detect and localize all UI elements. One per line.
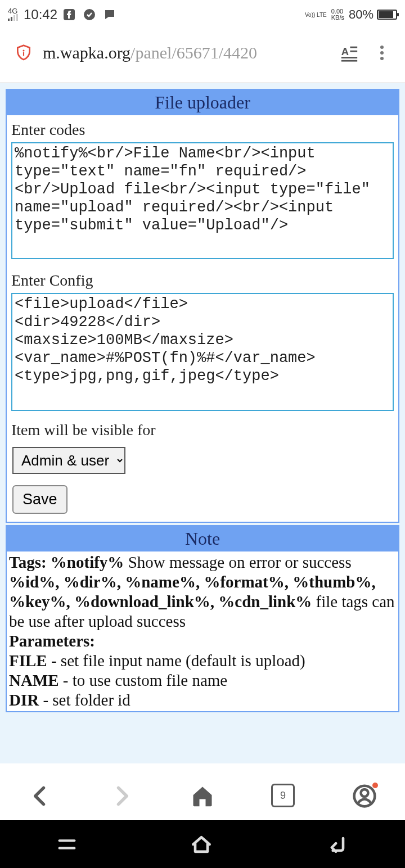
browser-menu-button[interactable]: [374, 44, 390, 61]
svg-point-6: [22, 49, 24, 51]
status-right: Vo)) LTE 0.00 KB/s 80%: [305, 7, 397, 22]
android-status-bar: 4G 10:42 Vo)) LTE 0.00 KB/s 80%: [0, 0, 405, 27]
network-label: 4G: [8, 8, 17, 14]
battery-indicator: 80%: [349, 7, 397, 22]
visibility-select[interactable]: Admin & user: [12, 447, 125, 474]
note-p-name-b: NAME: [9, 671, 59, 689]
url-host: m.wapka.org: [43, 43, 130, 62]
chat-bubble-icon: [102, 7, 117, 22]
svg-text:A: A: [341, 46, 349, 57]
svg-point-14: [361, 789, 368, 797]
save-button[interactable]: Save: [12, 485, 68, 514]
data-speed: 0.00 KB/s: [331, 8, 344, 21]
codes-label: Enter codes: [11, 121, 394, 139]
forward-button[interactable]: [109, 784, 134, 808]
system-home-button[interactable]: [189, 832, 214, 857]
svg-rect-0: [8, 19, 10, 21]
config-label: Enter Config: [11, 272, 394, 290]
note-p-file-b: FILE: [9, 652, 47, 670]
status-time: 10:42: [24, 7, 57, 22]
home-button[interactable]: [190, 784, 215, 808]
facebook-icon: [62, 7, 76, 22]
browser-address-bar: m.wapka.org/panel/65671/4420 A: [0, 27, 405, 83]
account-button[interactable]: [352, 784, 377, 808]
reader-mode-icon[interactable]: A: [340, 43, 359, 62]
note-parameters-label: Parameters:: [9, 632, 95, 650]
signal-bars-icon: [8, 14, 19, 21]
note-p-file: - set file input name (default is upload…: [47, 652, 305, 670]
network-indicator: 4G: [8, 8, 19, 21]
android-system-nav: [0, 820, 405, 868]
visibility-label: Item will be visible for: [11, 421, 394, 439]
speed-unit: KB/s: [331, 15, 344, 21]
url-path: /panel/65671/4420: [130, 43, 257, 62]
url-display[interactable]: m.wapka.org/panel/65671/4420: [43, 43, 330, 62]
volte-indicator: Vo)) LTE: [305, 12, 327, 18]
panel-title: File uploader: [7, 90, 398, 115]
svg-rect-3: [16, 14, 18, 21]
svg-rect-2: [14, 15, 15, 21]
browser-bottom-nav: 9: [0, 772, 405, 820]
config-textarea[interactable]: [11, 293, 394, 411]
codes-textarea[interactable]: [11, 142, 394, 259]
back-button[interactable]: [28, 784, 53, 808]
tab-count: 9: [271, 784, 295, 807]
note-panel: Note Tags: %notify% Show message on erro…: [6, 525, 399, 712]
notification-dot-icon: [372, 783, 378, 788]
recent-apps-button[interactable]: [56, 833, 78, 856]
checkmark-circle-icon: [82, 7, 97, 22]
volte-label: Vo)) LTE: [305, 12, 327, 18]
security-shield-icon[interactable]: [15, 44, 33, 62]
panel-body: Enter codes Enter Config Item will be vi…: [7, 115, 398, 522]
note-tags-desc: Show message on error or success: [124, 553, 351, 571]
note-p-dir-b: DIR: [9, 691, 39, 709]
page-content: File uploader Enter codes Enter Config I…: [0, 83, 405, 763]
status-notification-icons: [62, 7, 117, 22]
note-body: Tags: %notify% Show message on error or …: [7, 551, 398, 711]
svg-rect-1: [11, 17, 12, 21]
battery-icon: [377, 10, 397, 20]
note-title: Note: [7, 526, 398, 551]
tabs-button[interactable]: 9: [271, 784, 296, 808]
file-uploader-panel: File uploader Enter codes Enter Config I…: [6, 89, 399, 523]
note-tags-bold: Tags: %notify%: [9, 553, 124, 571]
battery-percent: 80%: [349, 7, 374, 22]
note-p-name: - to use custom file name: [59, 671, 228, 689]
status-left: 4G 10:42: [8, 7, 117, 22]
note-p-dir: - set folder id: [39, 691, 130, 709]
system-back-button[interactable]: [325, 832, 349, 857]
svg-rect-7: [23, 52, 24, 56]
